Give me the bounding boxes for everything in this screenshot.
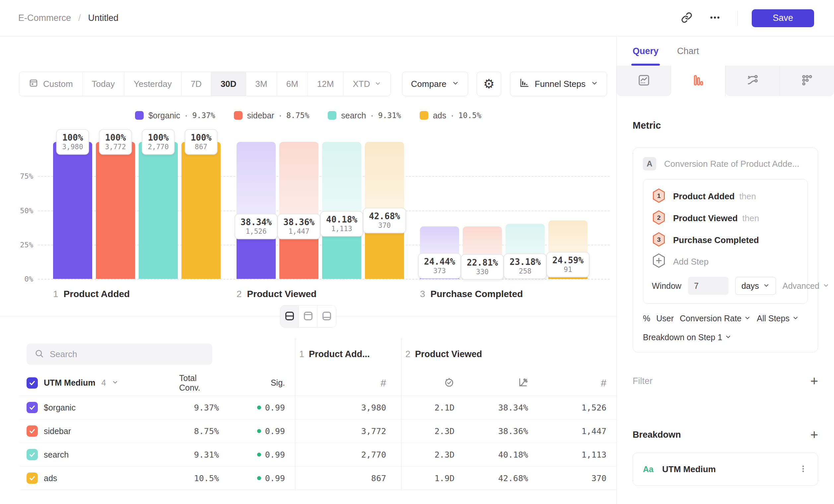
table-group-header-step2: 2 Product Viewed (401, 338, 616, 370)
flows-icon (746, 74, 759, 88)
breakdown-table: 1 Product Add... 2 Product Viewed UTM M (20, 338, 616, 490)
column-header-step2-rate[interactable] (464, 370, 538, 395)
column-header-sig[interactable]: Sig. (229, 370, 295, 395)
chart-type-retention-tab[interactable] (780, 66, 834, 96)
funnel-bar[interactable]: 100% 3,772 (96, 142, 135, 279)
measure-type-dropdown[interactable]: Conversion Rate (680, 314, 751, 323)
table-row[interactable]: sidebar 8.75% 0.99 3,772 2.3D 38.36% 1,4… (20, 419, 616, 443)
select-all-checkbox[interactable] (26, 377, 38, 389)
measure-scope-dropdown[interactable]: All Steps (757, 314, 799, 323)
svg-text:2: 2 (657, 214, 661, 221)
tab-chart[interactable]: Chart (677, 37, 699, 66)
chevron-down-icon (375, 79, 381, 89)
funnel-steps-icon (519, 77, 529, 91)
chart-type-funnel-tab[interactable] (671, 66, 726, 96)
layout-split-horizontal-button[interactable] (280, 305, 299, 327)
search-box[interactable] (26, 344, 212, 365)
layout-table-only-button[interactable] (317, 305, 336, 327)
kebab-menu-icon[interactable] (798, 464, 808, 475)
date-range-3m[interactable]: 3M (246, 72, 277, 96)
funnel-bar[interactable]: 38.34% 1,526 (237, 142, 276, 279)
segment-name: search (44, 450, 69, 460)
advanced-toggle[interactable]: Advanced (783, 281, 829, 291)
header-divider (738, 10, 738, 26)
legend-item[interactable]: search · 9.31% (328, 111, 401, 120)
date-range-custom[interactable]: Custom (19, 72, 83, 96)
funnel-step-labels: 1 Product Added 2 Product Viewed 3 Purch… (0, 289, 616, 299)
add-breakdown-button[interactable]: + (810, 428, 818, 441)
more-options-button[interactable] (706, 9, 724, 27)
table-row[interactable]: ads 10.5% 0.99 867 1.9D 42.68% 370 (20, 466, 616, 490)
row-checkbox[interactable] (26, 426, 38, 437)
window-unit-select[interactable]: days (735, 277, 776, 295)
bar-fill (181, 142, 221, 279)
row-checkbox[interactable] (26, 449, 38, 460)
legend-item[interactable]: sidebar · 8.75% (234, 111, 309, 120)
funnel-bar[interactable]: 100% 867 (181, 142, 221, 279)
report-title[interactable]: Untitled (88, 13, 119, 23)
save-button[interactable]: Save (752, 9, 814, 27)
breakdown-on-step-dropdown[interactable]: Breakdown on Step 1 (643, 333, 808, 342)
funnel-bar[interactable]: 100% 3,980 (53, 142, 92, 279)
row-checkbox[interactable] (26, 473, 38, 484)
breakdown-column-header[interactable]: UTM Medium 4 (20, 370, 179, 395)
svg-text:3: 3 (657, 236, 661, 243)
date-range-today[interactable]: Today (83, 72, 125, 96)
date-range-7d[interactable]: 7D (181, 72, 211, 96)
chart-type-insights-tab[interactable] (617, 66, 671, 96)
row-checkbox[interactable] (26, 402, 38, 413)
share-link-button[interactable] (678, 9, 695, 27)
chart-settings-button[interactable]: ⚙ (477, 72, 501, 96)
funnel-steps-editor: 1 Product Added then 2 (643, 179, 808, 304)
funnel-bar[interactable]: 38.36% 1,447 (279, 142, 319, 279)
step2-time-value: 2.3D (401, 443, 464, 466)
chart-view-selector[interactable]: Funnel Steps (510, 72, 607, 96)
table-row[interactable]: search 9.31% 0.99 2,770 2.3D 40.18% 1,11… (20, 443, 616, 466)
step-label-2: 2 Product Viewed (237, 289, 404, 299)
column-header-total-conv[interactable]: Total Conv. (179, 370, 229, 395)
metric-title-row[interactable]: A Conversion Rate of Product Adde... (643, 157, 808, 170)
step2-time-value: 2.3D (401, 419, 464, 443)
date-range-xtd[interactable]: XTD (343, 72, 391, 96)
layout-toggle-group (280, 305, 336, 327)
funnel-bar[interactable]: 22.81% 330 (463, 142, 502, 279)
measure-prefix: % (643, 314, 650, 323)
date-range-picker: Custom Today Yesterday 7D 30D 3M 6M 12M … (19, 72, 391, 96)
string-type-icon: Aa (643, 464, 654, 474)
tab-query[interactable]: Query (633, 37, 659, 66)
chevron-down-icon (725, 333, 731, 342)
breadcrumb-project[interactable]: E-Commerce (18, 13, 71, 23)
funnel-step-row-3[interactable]: 3 Purchase Completed (652, 229, 799, 251)
search-input[interactable] (50, 349, 204, 360)
date-range-12m[interactable]: 12M (308, 72, 344, 96)
date-range-yesterday[interactable]: Yesterday (125, 72, 181, 96)
date-range-30d[interactable]: 30D (211, 72, 246, 96)
legend-swatch (328, 111, 336, 120)
add-filter-button[interactable]: + (810, 374, 818, 388)
funnel-bar[interactable]: 24.44% 373 (420, 142, 459, 279)
chart-type-flows-tab[interactable] (726, 66, 780, 96)
funnel-step-row-1[interactable]: 1 Product Added then (652, 185, 799, 207)
compare-button[interactable]: Compare (402, 72, 468, 96)
layout-chart-only-button[interactable] (299, 305, 317, 327)
add-step-button[interactable]: Add Step (652, 251, 799, 272)
funnel-bar[interactable]: 40.18% 1,113 (322, 142, 361, 279)
funnel-bar[interactable]: 23.18% 258 (506, 142, 545, 279)
column-header-step2-count[interactable]: # (538, 370, 616, 395)
column-header-step2-time[interactable] (401, 370, 464, 395)
date-range-6m[interactable]: 6M (277, 72, 308, 96)
count-icon: # (601, 377, 607, 389)
window-value-input[interactable] (688, 277, 728, 295)
breakdown-property-card[interactable]: Aa UTM Medium (633, 453, 818, 486)
legend-item[interactable]: ads · 10.5% (420, 111, 481, 120)
funnel-bar[interactable]: 24.59% 91 (548, 142, 588, 279)
chevron-down-icon (591, 79, 598, 89)
funnel-bar[interactable]: 100% 2,770 (139, 142, 178, 279)
legend-item[interactable]: $organic · 9.37% (135, 111, 215, 120)
add-step-hexagon-icon (652, 253, 666, 271)
measure-entity[interactable]: User (656, 314, 674, 323)
column-header-step1-count[interactable]: # (295, 370, 401, 395)
funnel-bar[interactable]: 42.68% 370 (365, 142, 404, 279)
funnel-step-row-2[interactable]: 2 Product Viewed then (652, 207, 799, 229)
table-row[interactable]: $organic 9.37% 0.99 3,980 2.1D 38.34% 1,… (20, 396, 616, 419)
